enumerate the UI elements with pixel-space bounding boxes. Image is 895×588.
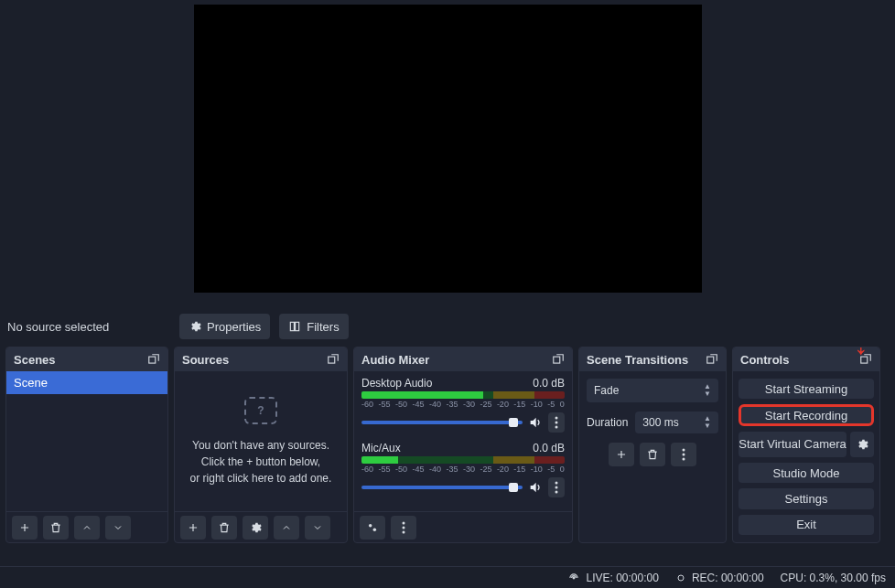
meter-ticks: -60-55-50-45-40-35-30-25-20-15-10-50 [361,465,565,474]
popout-icon[interactable] [706,353,718,366]
svg-point-19 [683,458,685,461]
mixer-header: Audio Mixer [354,347,572,371]
transition-delete-button[interactable] [640,443,665,466]
preview-canvas[interactable] [194,5,702,293]
svg-rect-16 [707,357,714,363]
svg-point-12 [373,528,377,531]
scenes-title: Scenes [14,353,56,367]
scene-delete-button[interactable] [43,516,69,540]
properties-button[interactable]: Properties [179,314,270,339]
preview-area [0,0,895,306]
source-add-button[interactable] [180,516,206,540]
svg-point-8 [555,482,558,485]
vcam-settings-button[interactable] [850,432,874,457]
exit-button[interactable]: Exit [739,515,874,535]
speaker-icon[interactable] [528,415,543,430]
sources-empty: ? You don't have any sources. Click the … [175,371,347,511]
transitions-body: Fade ▲▼ Duration 300 ms ▲▼ [579,371,726,542]
volume-slider[interactable] [361,421,523,424]
status-bar: LIVE: 00:00:00 REC: 00:00:00 CPU: 0.3%, … [0,566,895,588]
properties-label: Properties [207,320,261,334]
sources-list[interactable]: ? You don't have any sources. Click the … [175,371,347,511]
scenes-header: Scenes [6,347,167,371]
sources-empty-line: Click the + button below, [201,454,320,470]
source-info-bar: No source selected Properties Filters [0,306,895,347]
start-virtual-camera-button[interactable]: Start Virtual Camera [739,432,846,457]
svg-rect-1 [296,322,299,330]
svg-point-6 [555,422,558,424]
level-meter [361,456,565,464]
volume-slider[interactable] [361,486,523,489]
sources-empty-line: or right click here to add one. [190,470,332,486]
status-rec: REC: 00:00:00 [675,572,764,584]
svg-point-18 [683,454,685,456]
channel-db: 0.0 dB [533,377,565,390]
svg-point-10 [555,491,558,494]
duration-value: 300 ms [642,416,678,429]
scene-up-button[interactable] [74,516,100,540]
source-down-button[interactable] [305,516,330,540]
svg-point-14 [403,526,405,529]
mixer-menu-button[interactable] [391,516,416,540]
svg-rect-4 [554,357,560,363]
channel-name: Mic/Aux [361,442,401,454]
status-cpu: CPU: 0.3%, 30.00 fps [781,572,886,584]
source-delete-button[interactable] [211,516,237,540]
channel-menu-button[interactable] [548,412,565,433]
svg-rect-2 [149,357,156,363]
transitions-dock: Scene Transitions Fade ▲▼ Duration 300 m… [578,347,727,543]
start-streaming-button[interactable]: Start Streaming [739,379,874,399]
transition-select[interactable]: Fade ▲▼ [587,379,718,402]
source-settings-button[interactable] [243,516,268,540]
popout-icon[interactable] [552,353,565,366]
controls-header: Controls [733,347,879,371]
start-recording-button[interactable]: Start Recording [739,404,874,426]
source-up-button[interactable] [274,516,299,540]
channel-name: Desktop Audio [361,377,432,390]
question-icon: ? [244,397,277,424]
scene-down-button[interactable] [105,516,131,540]
popout-icon[interactable] [327,353,340,366]
sources-header: Sources [175,347,347,371]
scene-item[interactable]: Scene [6,371,167,394]
spinner-icon: ▲▼ [704,383,711,398]
mixer-footer [354,511,572,542]
scenes-list[interactable]: Scene [6,371,167,511]
filters-icon [288,320,301,333]
svg-point-21 [574,577,576,579]
svg-rect-20 [861,357,868,363]
studio-mode-button[interactable]: Studio Mode [739,463,874,483]
broadcast-icon [567,572,580,584]
scene-add-button[interactable] [12,516,38,540]
svg-point-11 [369,523,372,527]
speaker-icon[interactable] [528,480,543,495]
mixer-channel: Desktop Audio 0.0 dB -60-55-50-45-40-35-… [361,377,565,433]
svg-rect-3 [329,357,335,363]
transition-menu-button[interactable] [671,443,696,466]
channel-menu-button[interactable] [548,477,565,497]
transitions-header: Scene Transitions [579,347,726,371]
svg-point-22 [678,575,684,581]
scenes-dock: Scenes Scene [5,347,168,543]
filters-label: Filters [307,320,339,334]
channel-db: 0.0 dB [533,442,565,454]
popout-icon[interactable] [859,353,872,366]
status-live: LIVE: 00:00:00 [567,572,658,584]
transition-add-button[interactable] [609,443,634,466]
popout-icon[interactable] [147,353,160,366]
mixer-advanced-button[interactable] [360,516,385,540]
controls-dock: ↓ Controls Start Streaming Start Recordi… [732,347,880,543]
mixer-title: Audio Mixer [361,353,429,367]
settings-button[interactable]: Settings [739,488,874,508]
duration-label: Duration [587,416,628,429]
controls-body: Start Streaming Start Recording Start Vi… [733,371,879,542]
sources-dock: Sources ? You don't have any sources. Cl… [174,347,348,543]
filters-button[interactable]: Filters [279,314,348,339]
svg-point-9 [555,486,558,489]
duration-input[interactable]: 300 ms ▲▼ [635,412,718,433]
mixer-body: Desktop Audio 0.0 dB -60-55-50-45-40-35-… [354,371,572,511]
level-meter [361,391,565,399]
svg-point-15 [403,530,405,533]
meter-ticks: -60-55-50-45-40-35-30-25-20-15-10-50 [361,400,565,409]
record-icon [675,572,686,583]
